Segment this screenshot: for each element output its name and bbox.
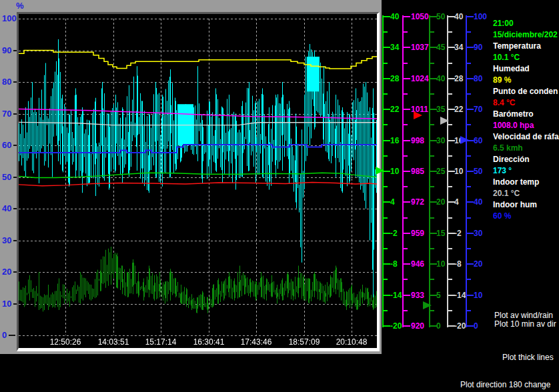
axis-minor-tick — [467, 93, 471, 95]
axis-major-tick — [404, 78, 410, 79]
axis-label: 4 — [454, 197, 459, 207]
axis-label: 22 — [390, 105, 399, 114]
axis-minor-tick — [384, 63, 388, 64]
axis-minor-tick — [384, 186, 388, 187]
plot-option-plot-direction-180-change[interactable]: Plot direction 180 change — [460, 380, 550, 389]
axis-label: 10 — [436, 259, 445, 269]
axis-minor-tick — [448, 217, 452, 219]
axis-minor-tick — [384, 155, 388, 157]
axis-label: 16 — [390, 136, 399, 145]
axis-label: 90 — [474, 43, 482, 52]
axis-label: 985 — [411, 167, 424, 176]
axis-minor-tick — [467, 124, 471, 125]
reading-line: 21:00 — [493, 18, 559, 29]
axis-minor-tick — [430, 31, 434, 33]
axis-minor-tick — [467, 310, 471, 311]
axis-major-tick — [404, 295, 410, 296]
time-label: 17:43:46 — [229, 337, 283, 347]
axis-minor-tick — [430, 186, 434, 187]
axis-minor-tick — [448, 31, 452, 33]
axis-label: 933 — [411, 291, 424, 300]
axis-label: 0 — [436, 321, 441, 331]
axis-minor-tick — [404, 217, 408, 219]
axis-label: 998 — [411, 136, 424, 145]
axis-minor-tick — [404, 310, 408, 311]
axis-major-tick — [384, 325, 390, 327]
axis-label: 40 — [390, 12, 399, 21]
axis-major-tick — [384, 140, 390, 141]
axis-major-tick — [404, 233, 410, 234]
axis-minor-tick — [448, 155, 452, 157]
axis-minor-tick — [430, 248, 434, 249]
barometer-marker — [414, 111, 422, 119]
axis-major-tick — [404, 16, 410, 17]
axis-minor-tick — [430, 155, 434, 157]
axis-minor-tick — [467, 155, 471, 157]
axis-label: 40 — [474, 197, 482, 207]
axis-minor-tick — [384, 124, 388, 125]
axis-minor-tick — [448, 186, 452, 187]
axis-label: 50 — [474, 167, 482, 176]
axis-label: 959 — [411, 229, 424, 238]
axis-label: -2 — [454, 229, 462, 238]
plot-option-plot-thick-lines[interactable]: Plot thick lines — [502, 353, 554, 362]
axis-label: 30 — [436, 136, 445, 145]
axis-label: 35 — [436, 105, 445, 114]
plot-option-plot-10-min-av-dir[interactable]: Plot 10 min av dir — [494, 319, 556, 329]
reading-line: Indoor hum — [493, 199, 559, 211]
time-label: 14:03:51 — [87, 337, 140, 347]
axis-label: 28 — [390, 74, 399, 83]
axis-label: 45 — [436, 43, 445, 52]
axis-major-tick — [467, 16, 474, 17]
axis-label: 10 — [390, 167, 399, 176]
axis-major-tick — [467, 78, 474, 79]
time-label: 16:30:41 — [182, 337, 235, 347]
axis-label: 34 — [454, 43, 463, 52]
axis-label: 28 — [454, 74, 463, 83]
axis-minor-tick — [430, 124, 434, 125]
reading-line: 6.5 kmh — [493, 143, 559, 154]
axis-label: 20 — [474, 259, 482, 269]
axis-label: 40 — [454, 12, 463, 21]
axis-label: 34 — [390, 43, 399, 52]
reading-line: 10.1 °C — [493, 52, 559, 63]
axis-minor-tick — [467, 279, 471, 280]
axis-label: -20 — [454, 321, 466, 331]
axis-major-tick — [404, 109, 410, 110]
axis-label: 22 — [454, 105, 463, 114]
plot-option-plot-av-wind-rain[interactable]: Plot av wind/rain — [494, 311, 553, 320]
graph-plot-area[interactable] — [19, 14, 377, 348]
reading-line: 1008.0 hpa — [493, 120, 559, 131]
axis-major-tick — [467, 109, 474, 110]
axis-label: -8 — [390, 259, 398, 269]
axis-minor-tick — [448, 248, 452, 249]
axis-minor-tick — [430, 310, 434, 311]
axis-label: 10 — [454, 167, 463, 176]
indoor-temp-marker — [440, 117, 449, 125]
axis-label: -14 — [454, 291, 466, 300]
axis-label: 1050 — [411, 12, 429, 21]
axis-major-tick — [384, 109, 390, 110]
axis-label: 40 — [436, 74, 445, 83]
axis-label: 5 — [436, 291, 441, 300]
axis-label: 80 — [474, 74, 482, 83]
axis-label: 60 — [474, 136, 482, 145]
graph-panel: % 1009080706050403020100 12:50:2614:03:5… — [0, 0, 382, 354]
axis-major-tick — [384, 78, 390, 79]
axis-label: -20 — [390, 321, 402, 331]
axis-minor-tick — [404, 186, 408, 187]
axis-label: 100 — [474, 12, 487, 21]
axis-minor-tick — [384, 279, 388, 280]
axis-label: 15 — [436, 229, 445, 238]
reading-line: Punto de conden — [493, 86, 559, 97]
axis-minor-tick — [467, 186, 471, 187]
axis-label: 920 — [411, 321, 424, 331]
axis-minor-tick — [448, 310, 452, 311]
axis-minor-tick — [467, 31, 471, 33]
axis-label: 946 — [411, 259, 424, 269]
axis-major-tick — [404, 47, 410, 48]
axis-minor-tick — [467, 248, 471, 249]
time-label: 20:10:48 — [325, 337, 378, 347]
axis-minor-tick — [404, 248, 408, 249]
axis-minor-tick — [404, 279, 408, 280]
